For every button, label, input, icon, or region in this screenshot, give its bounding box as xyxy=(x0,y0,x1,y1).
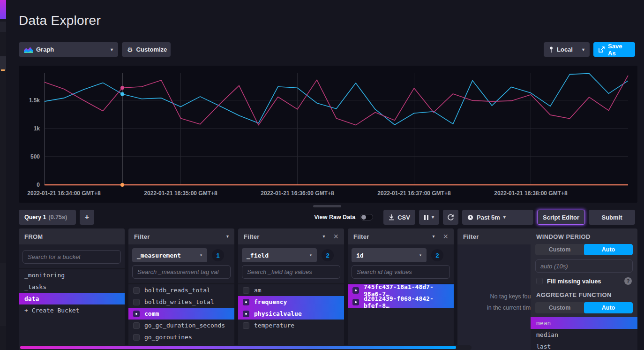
tag-value-label: comm xyxy=(144,310,159,317)
csv-download-button[interactable]: CSV xyxy=(383,210,415,225)
customize-label: Customize xyxy=(136,46,167,53)
close-icon[interactable]: × xyxy=(443,232,448,241)
tag-value-item[interactable]: boltdb_reads_total xyxy=(128,284,234,296)
tag-value-label: boltdb_reads_total xyxy=(144,287,210,294)
influxdb-logo[interactable] xyxy=(0,0,6,19)
nav-notification-mark xyxy=(1,69,5,71)
checkbox[interactable] xyxy=(133,311,140,317)
y-axis-tick-label: 1.5k xyxy=(29,97,40,104)
nav-sidebar-sliver[interactable] xyxy=(0,0,6,350)
checkbox[interactable] xyxy=(243,287,249,294)
tag-key-dropdown-field[interactable]: _field ▾ xyxy=(242,248,317,262)
page-title: Data Explorer xyxy=(19,13,101,28)
help-icon[interactable]: ? xyxy=(624,277,632,285)
visualization-type-label: Graph xyxy=(36,46,54,53)
nav-item[interactable] xyxy=(0,22,6,32)
submit-button[interactable]: Submit xyxy=(589,210,635,225)
tag-value-item[interactable]: physicalvalue xyxy=(238,308,344,320)
checkbox[interactable] xyxy=(243,322,249,329)
time-range-dropdown[interactable]: Past 5m ▾ xyxy=(462,210,533,225)
checkbox[interactable] xyxy=(133,334,140,341)
chevron-down-icon: ▾ xyxy=(432,215,434,220)
checkbox[interactable] xyxy=(352,299,359,305)
save-as-button[interactable]: Save As xyxy=(593,42,635,57)
tag-value-item[interactable]: frequency xyxy=(238,296,344,308)
refresh-button[interactable] xyxy=(443,210,458,225)
gear-icon: ⚙ xyxy=(127,46,133,53)
selected-count-badge: 1 xyxy=(212,249,224,261)
tag-value-item[interactable]: go_gc_duration_seconds xyxy=(128,320,234,331)
tag-value-item[interactable]: am xyxy=(238,284,344,296)
chevron-down-icon: ▾ xyxy=(111,47,113,52)
tag-value-list: amfrequencyphysicalvaluetemperature xyxy=(238,284,344,331)
tag-value-label: am xyxy=(254,287,262,294)
series-blue xyxy=(45,74,628,125)
bucket-item-_monitoring[interactable]: _monitoring xyxy=(19,269,125,281)
aggregate-function-last[interactable]: last xyxy=(531,341,637,350)
checkbox[interactable] xyxy=(243,311,249,317)
fill-missing-checkbox[interactable] xyxy=(536,278,543,284)
y-axis-tick-label: 0 xyxy=(37,182,40,188)
bucket-item-_tasks[interactable]: _tasks xyxy=(19,281,125,293)
create-bucket-button[interactable]: + Create Bucket xyxy=(19,304,125,316)
horizontal-scrollbar-thumb[interactable] xyxy=(20,346,456,349)
tag-value-item[interactable]: go_goroutines xyxy=(128,331,234,343)
customize-button[interactable]: ⚙ Customize xyxy=(122,42,171,57)
window-period-input[interactable] xyxy=(535,259,633,273)
chart-svg: 05001k1.5k2022-01-21 16:34:00 GMT+82022-… xyxy=(19,66,637,203)
time-series-chart[interactable]: 05001k1.5k2022-01-21 16:34:00 GMT+82022-… xyxy=(19,66,637,203)
window-custom-option[interactable]: Custom xyxy=(535,244,584,255)
tag-value-item[interactable]: temperature xyxy=(238,320,344,331)
checkbox[interactable] xyxy=(243,299,249,305)
view-raw-data-toggle[interactable] xyxy=(360,214,373,221)
tag-value-item[interactable]: 745fc437-18a1-48d7-98a6-7… xyxy=(348,284,454,296)
checkbox[interactable] xyxy=(352,287,359,294)
aggregate-function-mean[interactable]: mean xyxy=(531,317,637,329)
aggregate-custom-option[interactable]: Custom xyxy=(535,302,584,313)
visualization-type-dropdown[interactable]: Graph ▾ xyxy=(19,42,118,57)
checkbox[interactable] xyxy=(133,322,140,329)
location-dropdown[interactable]: Local ▾ xyxy=(544,42,590,57)
filter-card-id: Filter ▾ × id ▾ 2 745fc437-18a1-48d7-98a… xyxy=(348,228,454,350)
close-icon[interactable]: × xyxy=(333,232,338,241)
chart-scroll-handle[interactable] xyxy=(313,205,341,207)
query-tab-1[interactable]: Query 1 (0.75s) xyxy=(19,210,76,225)
nav-item[interactable] xyxy=(0,56,6,70)
add-query-button[interactable]: + xyxy=(80,210,94,225)
aggregate-function-median[interactable]: median xyxy=(531,329,637,341)
chevron-down-icon[interactable]: ▾ xyxy=(226,234,229,239)
bucket-search-input[interactable] xyxy=(22,250,121,264)
tag-value-search-input[interactable] xyxy=(242,265,340,279)
filter-card-header: Filter ▾ × xyxy=(348,228,454,244)
chevron-down-icon[interactable]: ▾ xyxy=(322,234,325,239)
tag-key-dropdown-measurement[interactable]: _measurement ▾ xyxy=(132,248,207,262)
filter-card-title: Filter xyxy=(353,233,369,240)
from-card-title: FROM xyxy=(24,233,43,240)
tag-key-label: _field xyxy=(247,252,269,259)
chevron-down-icon[interactable]: ▾ xyxy=(432,234,434,239)
tag-value-label: boltdb_writes_total xyxy=(144,298,214,305)
tag-value-list: boltdb_reads_totalboltdb_writes_totalcom… xyxy=(128,284,234,350)
tag-value-search-input[interactable] xyxy=(132,265,231,279)
pause-button[interactable]: ▾ xyxy=(419,210,439,225)
nav-item[interactable] xyxy=(0,263,6,326)
tag-key-dropdown-id[interactable]: id ▾ xyxy=(352,248,427,262)
checkbox[interactable] xyxy=(133,287,140,294)
aggregate-auto-option[interactable]: Auto xyxy=(584,302,633,313)
query-tab-label: Query 1 xyxy=(24,214,46,221)
selected-count-badge: 2 xyxy=(431,249,443,261)
bucket-item-data[interactable]: data xyxy=(19,293,125,304)
clock-icon xyxy=(467,214,473,221)
hover-point-magenta xyxy=(120,86,124,90)
tag-value-item[interactable]: d2012439-f068-4842-bfef-8… xyxy=(348,296,454,308)
tag-value-label: physicalvalue xyxy=(254,310,302,317)
tag-value-item[interactable]: comm xyxy=(128,308,234,320)
tag-value-label: go_gc_duration_seconds xyxy=(144,322,225,329)
filter-card-title: Filter xyxy=(463,233,479,240)
script-editor-button[interactable]: Script Editor xyxy=(537,210,585,225)
checkbox[interactable] xyxy=(133,299,140,305)
tag-value-search-input[interactable] xyxy=(352,265,450,279)
window-auto-option[interactable]: Auto xyxy=(584,244,633,255)
window-period-toggle: Custom Auto xyxy=(535,244,633,255)
tag-value-item[interactable]: boltdb_writes_total xyxy=(128,296,234,308)
